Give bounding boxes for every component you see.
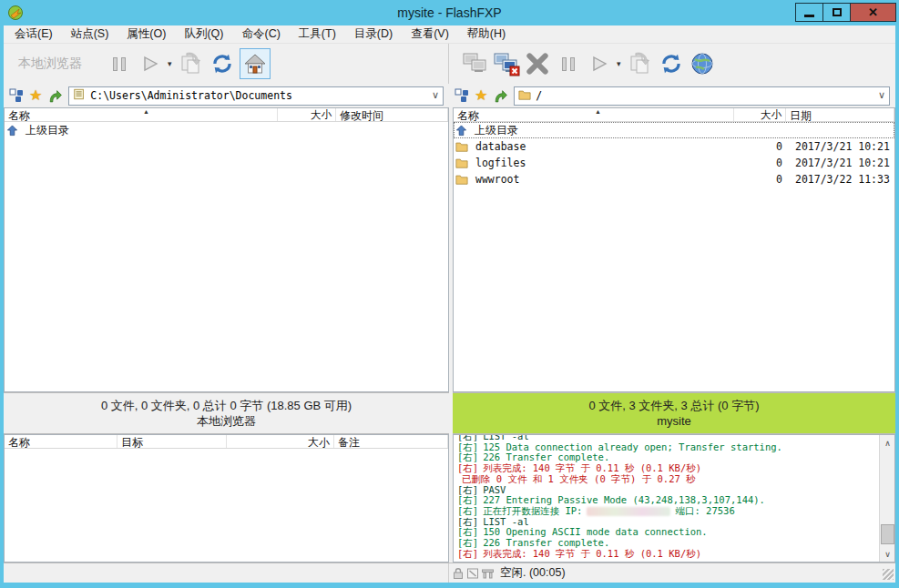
local-favorites-icon[interactable]: ★	[29, 88, 42, 103]
local-path-value: C:\Users\Administrator\Documents	[90, 89, 292, 102]
local-pane: 名称 ▲ 大小 修改时间 上级目录 0 文件, 0 文件夹, 0 总计 0 字节…	[4, 107, 449, 563]
menu-directory[interactable]: 目录(D)	[345, 25, 402, 44]
local-file-list: 名称 ▲ 大小 修改时间 上级目录	[4, 107, 449, 392]
remote-resume-button[interactable]	[586, 48, 613, 79]
titlebar[interactable]: mysite - FlashFXP ✕	[0, 0, 899, 25]
redacted-ip	[587, 507, 670, 516]
remote-path-value: /	[536, 89, 542, 102]
menu-tools[interactable]: 工具(T)	[290, 25, 345, 44]
remote-file-row[interactable]: database 0 2017/3/21 10:21	[454, 138, 894, 155]
close-button[interactable]: ✕	[850, 3, 896, 22]
queue-monitor-icon	[481, 567, 495, 580]
local-pause-button[interactable]	[106, 48, 133, 79]
sort-ascending-icon: ▲	[595, 108, 601, 115]
remote-abort-button[interactable]	[524, 48, 551, 79]
remote-pause-button[interactable]	[555, 48, 582, 79]
file-date: 2017/3/21 10:21	[786, 157, 894, 169]
local-transfer-button[interactable]	[178, 48, 205, 79]
local-parent-directory-row[interactable]: 上级目录	[5, 122, 448, 138]
local-refresh-button[interactable]	[209, 48, 236, 79]
local-queue-panel: 名称 目标 大小 备注	[4, 434, 449, 563]
log-scrollbar[interactable]: ∧ ∨	[879, 435, 894, 562]
remote-up-directory-icon[interactable]	[493, 88, 508, 104]
status-text: 空闲. (00:05)	[500, 565, 566, 581]
remote-disconnect-button[interactable]	[493, 48, 520, 79]
remote-pane: 名称 ▲ 大小 日期 上级目录 database 0	[453, 107, 895, 563]
menu-queue[interactable]: 队列(Q)	[175, 25, 232, 44]
queue-column-target[interactable]: 目标	[117, 435, 227, 448]
scrollbar-thumb[interactable]	[881, 524, 894, 544]
minimize-icon	[804, 15, 814, 17]
menu-commands[interactable]: 命令(C)	[232, 25, 289, 44]
remote-transfer-button[interactable]	[627, 48, 654, 79]
menu-options[interactable]: 属性(O)	[117, 25, 175, 44]
statusbar-right-section: 空闲. (00:05)	[449, 563, 895, 583]
local-resume-dropdown-icon[interactable]: ▾	[168, 59, 172, 68]
minimize-button[interactable]	[795, 3, 823, 22]
remote-file-row[interactable]: wwwroot 0 2017/3/22 11:33	[454, 171, 894, 188]
remote-column-name[interactable]: 名称	[454, 108, 734, 121]
menu-help[interactable]: 帮助(H)	[458, 25, 515, 44]
remote-column-size[interactable]: 大小	[734, 108, 786, 121]
sort-ascending-icon: ▲	[143, 108, 149, 115]
statusbar: 空闲. (00:05)	[4, 563, 895, 583]
menu-session[interactable]: 会话(E)	[5, 25, 62, 44]
queue-column-name[interactable]: 名称	[5, 435, 117, 448]
remote-path-dropdown-icon[interactable]: ∨	[878, 89, 885, 101]
menubar: 会话(E) 站点(S) 属性(O) 队列(Q) 命令(C) 工具(T) 目录(D…	[4, 25, 895, 44]
local-column-name[interactable]: 名称	[5, 108, 278, 121]
queue-list: 名称 目标 大小 备注	[4, 434, 449, 563]
remote-globe-button[interactable]	[689, 48, 716, 79]
scroll-down-icon[interactable]: ∨	[880, 546, 895, 562]
maximize-icon	[833, 8, 842, 16]
flashfxp-app-icon	[7, 5, 24, 21]
log-line: [右]正在打开数据连接 IP:端口: 27536	[457, 506, 878, 517]
remote-refresh-button[interactable]	[658, 48, 685, 79]
log-line: [右]列表完成: 140 字节 于 0.11 秒 (0.1 KB/秒)	[457, 549, 878, 560]
queue-column-size[interactable]: 大小	[227, 435, 334, 448]
local-up-directory-icon[interactable]	[47, 88, 63, 104]
folder-icon	[518, 87, 531, 104]
window-title: mysite - FlashFXP	[0, 5, 899, 20]
remote-parent-directory-row[interactable]: 上级目录	[454, 122, 894, 138]
folder-icon	[455, 141, 468, 152]
local-column-modified[interactable]: 修改时间	[336, 108, 448, 121]
toolbar: 本地浏览器 ▾	[4, 44, 895, 84]
transfer-graph-icon	[466, 567, 479, 580]
remote-file-row[interactable]: logfiles 0 2017/3/21 10:21	[454, 155, 894, 171]
local-summary-line2: 本地浏览器	[4, 413, 449, 429]
resize-grip[interactable]	[883, 569, 894, 580]
local-home-button[interactable]	[240, 48, 271, 79]
file-date: 2017/3/21 10:21	[786, 140, 894, 153]
menu-view[interactable]: 查看(V)	[402, 25, 458, 44]
local-list-header: 名称 ▲ 大小 修改时间	[5, 108, 448, 122]
folder-icon	[455, 174, 468, 185]
local-path-dropdown-icon[interactable]: ∨	[432, 89, 439, 101]
local-resume-button[interactable]	[137, 48, 164, 79]
up-directory-icon	[6, 125, 18, 137]
log-line: 已删除 0 文件 和 1 文件夹 (0 字节) 于 0.27 秒	[457, 474, 878, 485]
remote-connect-button[interactable]	[462, 48, 489, 79]
remote-column-date[interactable]: 日期	[786, 108, 894, 121]
remote-summary-line1: 0 文件, 3 文件夹, 3 总计 (0 字节)	[453, 398, 895, 413]
maximize-button[interactable]	[822, 3, 851, 22]
remote-resume-dropdown-icon[interactable]: ▾	[617, 59, 621, 68]
local-tree-view-icon[interactable]	[9, 88, 24, 103]
local-column-size[interactable]: 大小	[278, 108, 336, 121]
menu-sites[interactable]: 站点(S)	[62, 25, 118, 44]
remote-favorites-icon[interactable]: ★	[475, 88, 487, 103]
queue-column-note[interactable]: 备注	[334, 435, 448, 448]
remote-summary-bar: 0 文件, 3 文件夹, 3 总计 (0 字节) mysite	[453, 392, 895, 434]
remote-summary-line2: mysite	[453, 413, 895, 429]
remote-tree-view-icon[interactable]	[455, 88, 469, 103]
local-path-combobox[interactable]: C:\Users\Administrator\Documents ∨	[68, 86, 444, 106]
scroll-up-icon[interactable]: ∧	[880, 435, 895, 451]
file-name: wwwroot	[472, 173, 734, 186]
remote-path-combobox[interactable]: / ∨	[514, 86, 890, 106]
address-row: ★ C:\Users\Administrator\Documents ∨	[4, 84, 895, 107]
queue-header: 名称 目标 大小 备注	[5, 435, 448, 449]
folder-icon	[455, 157, 468, 168]
local-address-bar: ★ C:\Users\Administrator\Documents ∨	[4, 84, 449, 107]
flashfxp-window: mysite - FlashFXP ✕ 会话(E) 站点(S) 属性(O) 队列…	[0, 0, 899, 588]
file-size: 0	[734, 173, 786, 186]
